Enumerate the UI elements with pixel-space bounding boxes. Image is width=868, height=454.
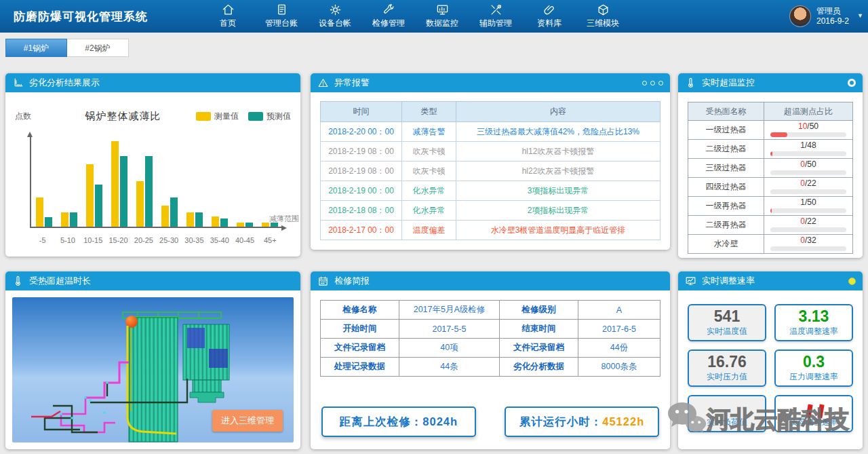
maintenance-label: 处理记录数据 [321, 358, 399, 377]
alarm-row[interactable]: 2018-2-20 00：00减薄告警三级过热器最大减薄值42%，危险点占比13… [321, 122, 660, 142]
boiler-3d-view[interactable]: 进入三维管理 [12, 297, 294, 442]
alarm-row[interactable]: 2018-2-19 00：00化水异常3项指标出现异常 [321, 181, 660, 201]
metric-label: 实时压力值 [707, 371, 747, 383]
panel-overtemp-monitor: 实时超温监控 受热面名称超温测点占比 一级过热器10/50二级过热器1/48三级… [678, 73, 863, 258]
overtemp-ratio-value: 0/22 [764, 217, 852, 226]
tab-boiler1[interactable]: #1锅炉 [5, 39, 67, 57]
alarm-row[interactable]: 2018-2-19 08：00吹灰卡顿hl12吹灰器卡顿报警 [321, 142, 660, 162]
bar-测量值 [212, 216, 219, 227]
metric-value: 16.76 [707, 354, 747, 371]
bar-预测值 [45, 217, 52, 227]
nav-item-label: 辅助管理 [479, 18, 512, 29]
legend-swatch [248, 112, 263, 121]
nav-item-equipment[interactable]: 设备台帐 [317, 3, 353, 29]
nav-item-home[interactable]: 首页 [210, 3, 245, 29]
alarm-row[interactable]: 2018-2-18 08：00化水异常2项指标出现异常 [321, 201, 660, 221]
panel-alarms-title: 异常报警 [334, 77, 370, 89]
panel-alarms: 异常报警 时间类型内容 2018-2-20 00：00减薄告警三级过热器最大减薄… [311, 73, 670, 250]
bar-测量值 [262, 223, 269, 227]
bar-测量值 [111, 141, 119, 227]
bar-预测值 [95, 185, 102, 227]
overtemp-numerator: 0 [800, 235, 805, 245]
maintenance-label: 检修级别 [500, 301, 578, 320]
maintenance-row: 文件记录留档40项文件记录留档44份 [321, 339, 660, 358]
chart-x-tick-labels: -55-1010-1515-2020-2525-3030-3535-4040-4… [30, 236, 283, 244]
x-tick-label: 10-15 [81, 236, 106, 244]
nav-item-library[interactable]: 资料库 [532, 3, 567, 29]
big-button-label: 累计运行小时： [519, 415, 603, 430]
bar-测量值 [61, 212, 68, 227]
metric-card: 实时负荷值 [688, 395, 766, 432]
overtemp-ratio-cell: 1/50 [764, 197, 853, 216]
maintenance-table: 检修名称2017年5月A级检修检修级别A开始时间2017-5-5结束时间2017… [320, 300, 660, 377]
nav-item-data-monitor[interactable]: 数据监控 [425, 3, 460, 29]
overtemp-column-header: 超温测点占比 [764, 102, 853, 121]
heating-surface-name: 一级过热器 [688, 121, 764, 140]
x-tick-label: -5 [30, 236, 55, 244]
tools-icon [490, 3, 502, 16]
alarm-row[interactable]: 2018-2-17 00：00温度偏差水冷壁3根管道温度明显高于临近管排 [321, 221, 660, 240]
metric-value: 3.13 [799, 308, 829, 325]
adjustment-cards: 541实时温度值3.13温度调整速率16.76实时压力值0.3压力调整速率实时负… [688, 304, 853, 432]
metric-card: 16.76实时压力值 [688, 349, 766, 387]
overtemp-ratio-cell: 0/22 [764, 216, 853, 235]
bar-group [258, 136, 283, 227]
user-menu-caret-icon[interactable]: ▼ [857, 12, 863, 19]
since-last-repair-button[interactable]: 距离上次检修：8024h [321, 406, 476, 437]
heating-surface-name: 一级再热器 [688, 197, 764, 216]
status-ring-icon [848, 79, 856, 87]
ledger-icon [275, 3, 288, 16]
nav-item-label: 三维模块 [587, 18, 619, 29]
total-run-hours-button[interactable]: 累计运行小时：45122h [505, 406, 659, 437]
boiler-tabs: #1锅炉#2锅炉 [5, 39, 129, 57]
panel-degradation-title: 劣化分析结果展示 [29, 77, 100, 89]
maintenance-row: 处理记录数据44条劣化分析数据8000条条 [321, 358, 660, 377]
overtemp-table-header-row: 受热面名称超温测点占比 [688, 102, 853, 121]
nav-item-repair[interactable]: 检修管理 [371, 3, 406, 29]
enter-3d-management-button[interactable]: 进入三维管理 [212, 410, 283, 432]
overtemp-ratio-cell: 10/50 [764, 121, 853, 140]
alarm-content: hl12吹灰器卡顿报警 [456, 142, 660, 162]
nav-item-auxiliary[interactable]: 辅助管理 [478, 3, 513, 29]
alarms-table-header-row: 时间类型内容 [321, 102, 660, 122]
status-dot-icon [848, 278, 856, 285]
bar-group [56, 136, 81, 227]
dashboard: 防磨防爆可视化管理系统 首页管理台账设备台帐检修管理数据监控辅助管理资料库三维模… [0, 0, 868, 454]
nav-item-label: 设备台帐 [319, 18, 351, 29]
alarm-time: 2018-2-19 08：00 [321, 162, 402, 181]
maintenance-value: 2017-5-5 [399, 320, 500, 339]
x-tick-label: 35-40 [207, 236, 232, 244]
nav-item-three-d[interactable]: 三维模块 [585, 3, 620, 29]
alarm-type: 化水异常 [402, 201, 456, 221]
user-block[interactable]: 管理员 2016-9-2 [789, 5, 849, 27]
clip-icon [543, 3, 556, 16]
x-tick-label: 45+ [258, 236, 283, 244]
panel-adjustment-header: 实时调整速率 [678, 271, 863, 290]
chart-title: 锅炉整体减薄比 [56, 110, 191, 123]
alarm-row[interactable]: 2018-2-19 08：00吹灰卡顿hl22吹灰器卡顿报警 [321, 162, 660, 181]
overtemp-numerator: 1 [800, 140, 805, 150]
calendar-icon [317, 276, 329, 287]
overtemp-ratio-cell: 0/32 [764, 235, 853, 254]
maintenance-value: 2017-6-5 [578, 320, 660, 339]
maintenance-label: 文件记录留档 [321, 339, 399, 358]
nav-item-ledger[interactable]: 管理台账 [264, 3, 299, 29]
degradation-chart: 点数 锅炉整体减薄比 测量值预测值 -55-1010-1515-2020-252… [5, 92, 300, 257]
overtemp-numerator: 10 [798, 121, 807, 131]
bar-测量值 [237, 223, 244, 227]
panel-menu-dots-icon[interactable] [639, 81, 663, 86]
avatar [789, 5, 811, 27]
bar-测量值 [186, 212, 194, 227]
tab-boiler2[interactable]: #2锅炉 [67, 39, 129, 57]
alarm-time: 2018-2-20 00：00 [321, 122, 402, 142]
nav-item-label: 检修管理 [372, 18, 405, 29]
overtemp-progress-track [770, 189, 846, 194]
thermometer-icon [12, 276, 24, 287]
chart-legend: 测量值预测值 [191, 111, 291, 122]
x-tick-label: 30-35 [182, 236, 207, 244]
alarm-type: 减薄告警 [402, 122, 456, 142]
overtemp-row: 水冷壁0/32 [688, 235, 853, 254]
big-button-value: 8024h [422, 415, 458, 428]
bar-预测值 [220, 219, 228, 227]
metric-label: 温度调整速率 [789, 326, 838, 337]
